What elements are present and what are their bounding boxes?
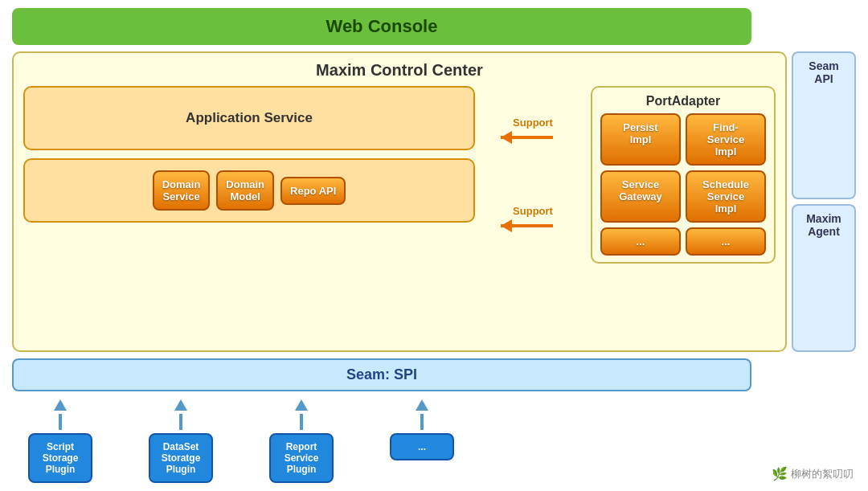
pa-grid: PersistImpl Find-ServiceImpl ServiceGate…: [600, 113, 766, 256]
seam-spi-box: Seam: SPI: [12, 358, 751, 391]
find-service-impl-chip: Find-ServiceImpl: [686, 113, 766, 166]
persist-impl-chip: PersistImpl: [600, 113, 681, 166]
diagram-wrapper: Web Console Maxim Control Center Applica…: [0, 0, 868, 491]
arrow-line-3: [300, 414, 303, 430]
plugins-row: ScriptStoragePlugin DataSetStoratgePlugi…: [12, 399, 751, 483]
arrow-area: Support Support: [485, 86, 581, 264]
plugin-col-3: ReportServicePlugin: [269, 399, 334, 483]
arrow-right-bottom: [501, 219, 565, 233]
seam-spi-section: Seam: SPI ScriptStoragePlugin DataSetSto…: [12, 358, 751, 483]
arrow-line-4: [420, 414, 424, 430]
seam-spi-label: Seam: SPI: [346, 366, 417, 383]
watermark-icon: 🌿: [772, 466, 788, 481]
port-adapter-title: PortAdapter: [600, 94, 766, 108]
arrow-line-1: [59, 414, 62, 430]
plugin-col-4: ...: [390, 399, 454, 483]
application-service-label: Application Service: [186, 110, 313, 126]
domain-service-chip: DomainService: [153, 170, 211, 211]
repo-api-chip: Repo API: [280, 177, 346, 205]
arrow-group-bottom: Support: [501, 205, 565, 233]
maxim-control-center: Maxim Control Center Application Service…: [12, 51, 787, 352]
ellipsis-chip-1: ...: [600, 227, 681, 256]
maxim-agent-box: MaximAgent: [792, 204, 856, 352]
seam-api-label: SeamAPI: [809, 59, 838, 85]
watermark: 🌿 柳树的絮叨叨: [772, 466, 854, 481]
seam-api-box: SeamAPI: [792, 51, 856, 199]
schedule-service-impl-chip: ScheduleService Impl: [686, 170, 766, 223]
mcc-left: Application Service DomainService Domain…: [23, 86, 475, 264]
report-service-plugin: ReportServicePlugin: [269, 433, 334, 483]
mcc-inner: Application Service DomainService Domain…: [23, 86, 776, 264]
dataset-storage-plugin: DataSetStoratgePlugin: [149, 433, 213, 483]
up-arrow-4: [416, 399, 428, 411]
plugin-col-2: DataSetStoratgePlugin: [149, 399, 213, 483]
arrow-group-top: Support: [501, 117, 565, 145]
up-arrow-3: [295, 399, 308, 411]
web-console-box: Web Console: [12, 8, 751, 45]
service-gateway-chip: ServiceGateway: [600, 170, 681, 223]
maxim-agent-label: MaximAgent: [806, 212, 841, 238]
right-panels: SeamAPI MaximAgent: [792, 51, 856, 352]
domain-model-chip: DomainModel: [216, 170, 274, 211]
script-storage-plugin: ScriptStoragePlugin: [28, 433, 92, 483]
plugin-col-1: ScriptStoragePlugin: [28, 399, 92, 483]
ellipsis-plugin: ...: [390, 433, 454, 460]
application-service-box: Application Service: [23, 86, 475, 150]
web-console-label: Web Console: [326, 16, 438, 36]
support-label-top: Support: [513, 117, 553, 129]
arrow-line-2: [179, 414, 182, 430]
mcc-title: Maxim Control Center: [23, 61, 776, 80]
arrow-right-top: [501, 130, 565, 145]
up-arrow-2: [174, 399, 187, 411]
ellipsis-chip-2: ...: [686, 227, 766, 256]
port-adapter-box: PortAdapter PersistImpl Find-ServiceImpl…: [591, 86, 776, 264]
watermark-text: 柳树的絮叨叨: [791, 467, 854, 481]
domain-row-box: DomainService DomainModel Repo API: [23, 158, 475, 223]
support-label-bottom: Support: [513, 205, 553, 217]
up-arrow-1: [54, 399, 67, 411]
